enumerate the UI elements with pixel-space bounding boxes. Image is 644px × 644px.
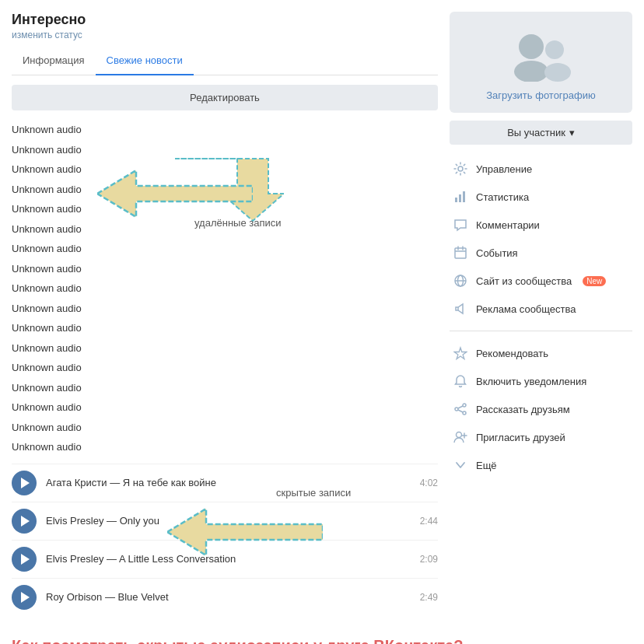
track-separator-4: — xyxy=(105,591,118,603)
menu-item-invite[interactable]: Пригласить друзей xyxy=(450,425,632,450)
menu-label-invite: Пригласить друзей xyxy=(476,432,565,443)
play-button-4[interactable] xyxy=(12,585,37,610)
play-icon-2 xyxy=(21,516,30,527)
menu-item-share[interactable]: Рассказать друзьям xyxy=(450,397,632,422)
list-item: Unknown audio xyxy=(12,239,438,259)
track-artist-1: Агата Кристи xyxy=(46,477,107,488)
menu-item-site[interactable]: Сайт из сообщества New xyxy=(450,268,632,293)
svg-rect-11 xyxy=(455,248,466,258)
globe-icon xyxy=(453,273,468,289)
add-friend-icon xyxy=(453,429,468,445)
svg-rect-10 xyxy=(463,191,465,202)
menu-label-ads: Реклама сообщества xyxy=(476,303,576,315)
track-title-2: Only you xyxy=(120,515,159,527)
member-label: Вы участник xyxy=(507,127,565,138)
comment-icon xyxy=(453,217,468,233)
chevron-down-icon xyxy=(453,457,468,473)
svg-point-20 xyxy=(455,408,458,411)
tab-news[interactable]: Свежие новости xyxy=(96,48,194,75)
menu-label-manage: Управление xyxy=(476,163,532,175)
bottom-title: Как посмотреть скрытые аудиозаписи у дру… xyxy=(0,628,644,645)
left-panel: Интересно изменить статус Информация Све… xyxy=(12,12,438,616)
group-subtitle[interactable]: изменить статус xyxy=(12,30,438,40)
member-button[interactable]: Вы участник ▾ xyxy=(450,121,632,145)
svg-rect-8 xyxy=(455,198,457,202)
svg-point-4 xyxy=(514,61,548,82)
track-artist-2: Elvis Presley xyxy=(46,515,103,527)
track-artist-3: Elvis Presley xyxy=(46,553,103,565)
deleted-label: удалённые записи xyxy=(194,217,282,229)
play-icon-4 xyxy=(21,592,30,603)
real-tracks-list: Агата Кристи — Я на тебе как войне 4:02 … xyxy=(12,464,438,616)
menu-label-comments: Комментарии xyxy=(476,219,540,231)
svg-point-6 xyxy=(544,63,571,82)
list-item: Unknown audio xyxy=(12,358,438,378)
track-4: Roy Orbison — Blue Velvet 2:49 xyxy=(12,578,438,616)
menu-item-comments[interactable]: Комментарии xyxy=(450,212,632,237)
tab-info[interactable]: Информация xyxy=(12,48,96,75)
list-item: Unknown audio xyxy=(12,140,438,160)
svg-point-24 xyxy=(457,432,462,438)
bell-icon xyxy=(453,373,468,389)
track-duration-4: 2:49 xyxy=(420,592,438,603)
menu-label-stats: Статистика xyxy=(476,191,529,203)
group-title: Интересно xyxy=(12,12,438,28)
list-item: Unknown audio xyxy=(12,180,438,200)
track-duration-3: 2:09 xyxy=(420,554,438,565)
avatar-section: Загрузить фотографию xyxy=(450,12,632,113)
list-item: Unknown audio xyxy=(12,199,438,219)
menu-divider xyxy=(450,331,632,331)
svg-point-19 xyxy=(463,404,466,407)
track-artist-4: Roy Orbison xyxy=(46,591,102,603)
track-info-2: Elvis Presley — Only you xyxy=(46,515,420,527)
hidden-label: скрытые записи xyxy=(276,487,351,499)
menu-item-notifications[interactable]: Включить уведомления xyxy=(450,369,632,394)
menu-label-share: Рассказать друзьям xyxy=(476,404,570,415)
menu-item-recommend[interactable]: Рекомендовать xyxy=(450,341,632,366)
right-menu: Управление Статистика Ко xyxy=(450,156,632,478)
svg-rect-9 xyxy=(459,194,461,202)
track-2: Elvis Presley — Only you 2:44 xyxy=(12,502,438,540)
unknown-audio-list: Unknown audio Unknown audio Unknown audi… xyxy=(12,120,438,457)
megaphone-icon xyxy=(453,301,468,317)
list-item: Unknown audio xyxy=(12,397,438,418)
play-icon-1 xyxy=(21,478,30,488)
upload-photo-button[interactable]: Загрузить фотографию xyxy=(486,89,596,101)
list-item: Unknown audio xyxy=(12,318,438,338)
menu-item-ads[interactable]: Реклама сообщества xyxy=(450,296,632,321)
menu-label-site: Сайт из сообщества xyxy=(476,275,572,287)
group-avatar-icon xyxy=(506,31,576,82)
play-button-2[interactable] xyxy=(12,509,37,534)
track-separator-1: — xyxy=(110,477,123,488)
list-item: Unknown audio xyxy=(12,437,438,457)
menu-item-events[interactable]: События xyxy=(450,240,632,265)
list-item: Unknown audio xyxy=(12,259,438,279)
track-3: Elvis Presley — A Little Less Conversati… xyxy=(12,540,438,578)
svg-point-5 xyxy=(545,40,564,59)
share-icon xyxy=(453,401,468,417)
menu-item-manage[interactable]: Управление xyxy=(450,156,632,181)
menu-item-stats[interactable]: Статистика xyxy=(450,184,632,209)
menu-label-recommend: Рекомендовать xyxy=(476,348,548,359)
chevron-down-icon: ▾ xyxy=(569,127,575,138)
track-duration-2: 2:44 xyxy=(420,516,438,527)
track-title-4: Blue Velvet xyxy=(118,591,169,603)
track-info-1: Агата Кристи — Я на тебе как войне xyxy=(46,477,420,488)
track-separator-2: — xyxy=(107,515,120,527)
svg-point-7 xyxy=(458,166,463,171)
svg-point-3 xyxy=(519,34,544,59)
menu-item-more[interactable]: Ещё xyxy=(450,453,632,478)
avatar-placeholder xyxy=(506,27,576,82)
edit-button[interactable]: Редактировать xyxy=(12,85,438,110)
list-item: Unknown audio xyxy=(12,159,438,180)
play-button-1[interactable] xyxy=(12,471,37,495)
menu-label-events: События xyxy=(476,247,518,259)
play-button-3[interactable] xyxy=(12,547,37,572)
svg-point-21 xyxy=(463,411,466,415)
svg-line-22 xyxy=(458,406,463,408)
menu-label-notifications: Включить уведомления xyxy=(476,376,586,387)
right-panel: Загрузить фотографию Вы участник ▾ Управ… xyxy=(450,12,632,616)
menu-label-more: Ещё xyxy=(476,460,497,471)
chart-icon xyxy=(453,189,468,205)
list-item: Unknown audio xyxy=(12,120,438,140)
